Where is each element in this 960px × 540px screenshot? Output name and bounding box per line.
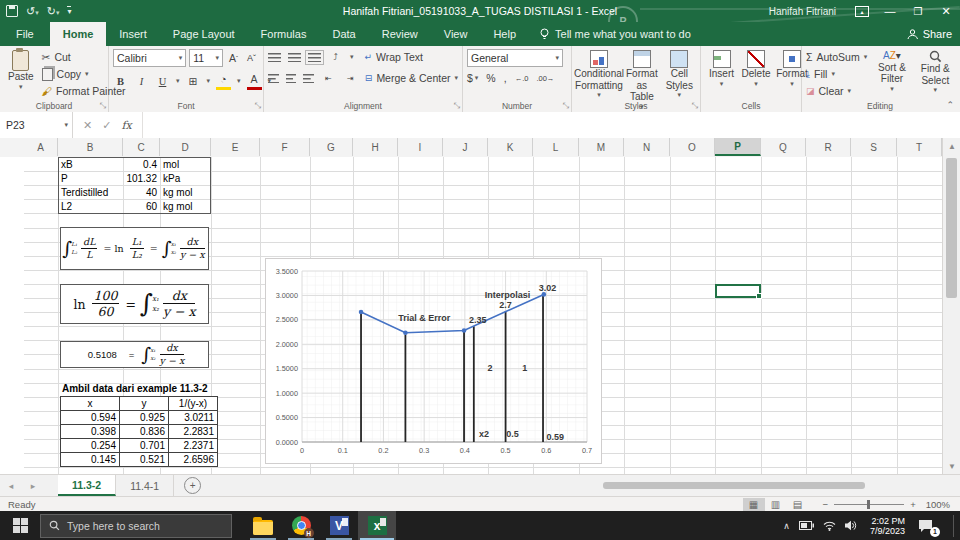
column-header-R[interactable]: R xyxy=(806,138,851,156)
tab-help[interactable]: Help xyxy=(480,22,529,46)
formula-input[interactable] xyxy=(143,112,960,138)
share-button[interactable]: Share xyxy=(907,22,952,46)
wifi-icon[interactable] xyxy=(823,521,836,531)
font-size-combo[interactable]: 11▾ xyxy=(189,49,223,67)
borders-icon[interactable]: ⊞ xyxy=(186,74,201,89)
align-bottom-icon[interactable] xyxy=(308,53,321,62)
tab-data[interactable]: Data xyxy=(319,22,368,46)
taskbar-file-explorer-button[interactable] xyxy=(244,511,282,540)
column-header-F[interactable]: F xyxy=(260,138,310,156)
tab-home[interactable]: Home xyxy=(50,22,107,46)
page-break-view-icon[interactable]: ▤ xyxy=(787,498,809,511)
data-table[interactable]: xy1/(y-x)0.5940.9253.02110.3980.8362.283… xyxy=(60,396,218,467)
align-top-icon[interactable] xyxy=(268,53,281,62)
fill-button[interactable]: ⤓Fill▾ xyxy=(806,66,867,82)
bold-button[interactable]: B xyxy=(113,74,128,89)
column-header-C[interactable]: C xyxy=(123,138,160,156)
column-header-B[interactable]: B xyxy=(58,138,123,156)
delete-cells-button[interactable]: Delete▾ xyxy=(738,49,774,89)
column-header-D[interactable]: D xyxy=(160,138,211,156)
font-dialog-launcher-icon[interactable]: ⤡ xyxy=(255,101,261,111)
name-box[interactable]: P23▾ xyxy=(0,112,73,138)
horizontal-scroll-thumb[interactable] xyxy=(603,482,865,489)
tray-expand-icon[interactable]: ∧ xyxy=(783,521,790,531)
insert-cells-button[interactable]: Insert▾ xyxy=(705,49,738,89)
wrap-text-button[interactable]: ↵Wrap Text xyxy=(365,49,423,65)
comma-format-icon[interactable]: , xyxy=(504,72,507,84)
column-header-K[interactable]: K xyxy=(488,138,533,156)
scroll-up-icon[interactable]: ▲ xyxy=(943,138,960,154)
column-header-O[interactable]: O xyxy=(670,138,715,156)
find-select-button[interactable]: Find & Select▾ xyxy=(917,49,954,99)
clear-button[interactable]: ◪Clear▾ xyxy=(806,83,867,99)
sheet-nav-left-icon[interactable]: ◂ xyxy=(0,475,22,496)
tab-page-layout[interactable]: Page Layout xyxy=(160,22,248,46)
styles-dialog-launcher-icon[interactable]: ⤡ xyxy=(692,101,698,111)
horizontal-scrollbar[interactable] xyxy=(595,481,947,490)
column-headers[interactable]: ABCDEFGHIJKLMNOPQRST xyxy=(0,138,942,158)
increase-font-icon[interactable]: Aˆ xyxy=(226,51,241,66)
zoom-slider[interactable] xyxy=(834,504,904,505)
restore-button[interactable]: ❐ xyxy=(904,0,932,22)
taskbar-clock[interactable]: 2:02 PM 7/9/2023 xyxy=(870,516,905,536)
zoom-slider-thumb[interactable] xyxy=(867,500,870,509)
collapse-ribbon-icon[interactable]: ⌃ xyxy=(946,100,954,110)
chart-object[interactable]: 0.00000.50001.00001.50002.00002.50003.00… xyxy=(265,258,602,464)
align-center-icon[interactable] xyxy=(286,74,297,83)
scroll-down-icon[interactable]: ▼ xyxy=(943,458,960,474)
align-left-icon[interactable] xyxy=(268,74,279,83)
tab-file[interactable]: File xyxy=(0,22,50,46)
column-header-M[interactable]: M xyxy=(579,138,624,156)
enter-icon[interactable]: ✓ xyxy=(102,119,111,132)
vertical-scroll-thumb[interactable] xyxy=(946,158,957,298)
align-right-icon[interactable] xyxy=(303,74,314,83)
column-header-J[interactable]: J xyxy=(443,138,488,156)
cancel-icon[interactable]: ✕ xyxy=(83,119,92,132)
taskbar-chrome-button[interactable]: H xyxy=(282,511,320,540)
column-header-L[interactable]: L xyxy=(533,138,579,156)
tab-formulas[interactable]: Formulas xyxy=(248,22,320,46)
tab-insert[interactable]: Insert xyxy=(106,22,160,46)
column-header-E[interactable]: E xyxy=(211,138,260,156)
sheet-tab-11-4-1[interactable]: 11.4-1 xyxy=(116,475,174,496)
fill-color-icon[interactable]: ◔ xyxy=(216,72,231,90)
increase-decimal-icon[interactable]: ←.0 xyxy=(515,74,529,83)
orientation-icon[interactable]: ⤴ xyxy=(328,50,343,65)
decrease-font-icon[interactable]: Aˇ xyxy=(244,51,259,66)
close-button[interactable]: ✕ xyxy=(932,0,960,22)
signed-in-user[interactable]: Hanifah Fitriani xyxy=(769,6,836,17)
zoom-out-icon[interactable]: − xyxy=(823,499,829,510)
selected-cell-p23[interactable] xyxy=(715,284,761,298)
align-middle-icon[interactable] xyxy=(288,53,301,62)
column-header-A[interactable]: A xyxy=(24,138,58,156)
merge-center-button[interactable]: ⊟Merge & Center▾ xyxy=(365,70,458,86)
italic-button[interactable]: I xyxy=(134,74,149,89)
vertical-scrollbar[interactable]: ▲ ▼ xyxy=(942,138,960,474)
column-header-H[interactable]: H xyxy=(353,138,398,156)
column-header-I[interactable]: I xyxy=(398,138,443,156)
zoom-level[interactable]: 100% xyxy=(926,499,950,510)
new-sheet-icon[interactable]: + xyxy=(184,477,201,494)
increase-indent-icon[interactable]: ⇥ xyxy=(343,71,358,86)
equation-object-1[interactable]: ∫L₁L₂dLL= lnL₁L₂=∫x₁x₂dxy − x xyxy=(60,227,209,270)
clipboard-dialog-launcher-icon[interactable]: ⤡ xyxy=(100,101,106,111)
autosum-button[interactable]: ΣAutoSum▾ xyxy=(806,49,867,65)
taskbar-excel-button[interactable]: x xyxy=(358,511,396,540)
minimize-button[interactable]: — xyxy=(876,0,904,22)
percent-format-icon[interactable]: % xyxy=(486,72,495,84)
equation-object-2[interactable]: ln10060=∫x₁x₂dxy − x xyxy=(60,284,209,324)
page-layout-view-icon[interactable]: ▥ xyxy=(765,498,787,511)
insert-function-icon[interactable]: fx xyxy=(121,119,131,132)
decrease-indent-icon[interactable]: ⇤ xyxy=(321,71,336,86)
number-format-combo[interactable]: General▾ xyxy=(467,49,563,67)
taskbar-visio-button[interactable]: V xyxy=(320,511,358,540)
ribbon-display-options-icon[interactable]: ▴ xyxy=(848,0,876,22)
taskbar-search-input[interactable]: Type here to search xyxy=(40,514,232,538)
number-dialog-launcher-icon[interactable]: ⤡ xyxy=(563,101,569,111)
tab-review[interactable]: Review xyxy=(369,22,431,46)
start-button[interactable] xyxy=(0,511,40,540)
sheet-tab-11-3-2[interactable]: 11.3-2 xyxy=(58,475,116,496)
alignment-dialog-launcher-icon[interactable]: ⤡ xyxy=(454,101,460,111)
tell-me-box[interactable]: Tell me what you want to do xyxy=(529,22,701,46)
paste-button[interactable]: Paste▾ xyxy=(4,49,38,99)
